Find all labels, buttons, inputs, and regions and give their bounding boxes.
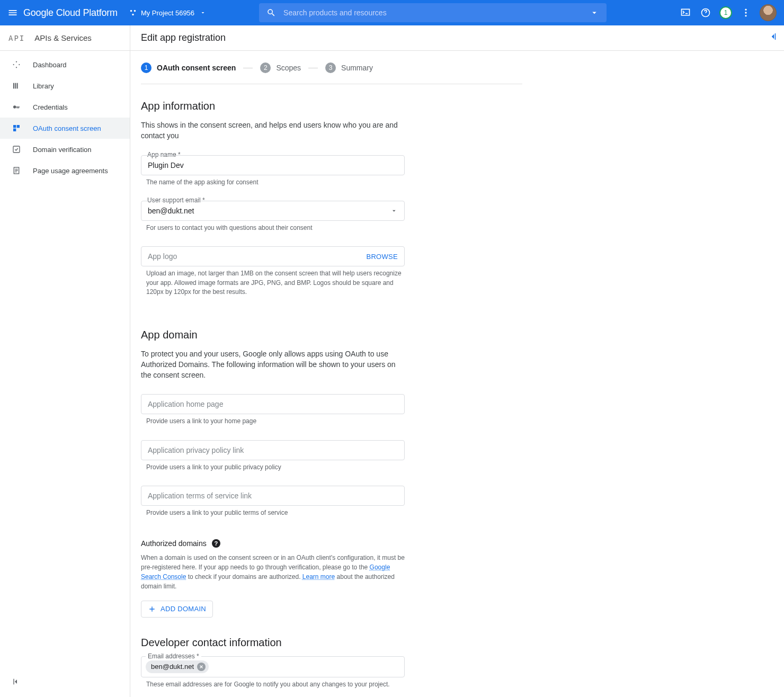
svg-rect-7 xyxy=(13,83,14,89)
sidebar-item-domain-verification[interactable]: Domain verification xyxy=(0,139,130,160)
page-header: Edit app registration xyxy=(130,25,784,51)
chevron-left-bar-icon xyxy=(768,32,778,41)
project-name: My Project 56956 xyxy=(141,9,194,17)
step-label: OAuth consent screen xyxy=(157,64,236,72)
svg-point-4 xyxy=(745,9,746,11)
sidebar-item-credentials[interactable]: Credentials xyxy=(0,96,130,118)
nav-menu-button[interactable] xyxy=(5,5,20,20)
search-icon xyxy=(266,8,276,17)
svg-rect-14 xyxy=(13,146,20,153)
dev-contact-heading: Developer contact information xyxy=(141,637,522,649)
app-logo-field[interactable]: App logo BROWSE xyxy=(141,246,405,266)
svg-rect-11 xyxy=(13,125,16,128)
project-icon xyxy=(129,9,137,16)
svg-point-10 xyxy=(13,105,16,108)
collapse-sidebar-button[interactable] xyxy=(12,677,20,687)
browse-button[interactable]: BROWSE xyxy=(366,253,398,261)
authorized-domains-heading: Authorized domains ? xyxy=(141,539,522,548)
topbar: Google Cloud Platform My Project 56956 1 xyxy=(0,0,784,25)
sidebar-item-page-usage[interactable]: Page usage agreements xyxy=(0,160,130,181)
svg-rect-8 xyxy=(15,83,16,89)
step-separator xyxy=(243,68,253,68)
product-logo[interactable]: Google Cloud Platform xyxy=(23,7,118,19)
authorized-domains-label: Authorized domains xyxy=(141,539,207,548)
svg-point-0 xyxy=(130,10,132,12)
home-page-input[interactable] xyxy=(148,400,398,408)
sidebar-item-label: Domain verification xyxy=(33,146,92,154)
email-addresses-label: Email addresses * xyxy=(146,653,201,660)
terminal-icon xyxy=(680,7,691,18)
app-name-field-wrap: App name * xyxy=(141,155,405,175)
more-button[interactable] xyxy=(740,6,752,19)
home-page-help: Provide users a link to your home page xyxy=(141,417,405,426)
doc-icon xyxy=(12,166,21,175)
chevron-left-icon xyxy=(12,677,20,686)
email-chip: ben@dukt.net xyxy=(146,660,209,673)
section-app-domain-desc: To protect you and your users, Google on… xyxy=(141,348,406,381)
main: Edit app registration 1 OAuth consent sc… xyxy=(130,25,784,697)
product-name: Google Cloud Platform xyxy=(23,7,118,19)
step-1[interactable]: 1 OAuth consent screen xyxy=(141,62,236,73)
sidebar-item-label: OAuth consent screen xyxy=(33,124,101,132)
dropdown-caret-icon xyxy=(200,10,206,16)
sidebar-item-label: Page usage agreements xyxy=(33,167,108,175)
notifications-count: 1 xyxy=(724,9,728,16)
tos-help: Provide users a link to your public term… xyxy=(141,508,405,517)
avatar[interactable] xyxy=(760,4,777,21)
email-addresses-field[interactable]: Email addresses * ben@dukt.net xyxy=(141,656,405,677)
cloud-shell-button[interactable] xyxy=(679,6,692,19)
sidebar: API APIs & Services Dashboard Library Cr… xyxy=(0,25,130,697)
step-2[interactable]: 2 Scopes xyxy=(260,62,301,73)
svg-rect-17 xyxy=(775,33,776,40)
privacy-input[interactable] xyxy=(148,446,398,454)
api-icon: API xyxy=(8,34,25,42)
step-separator xyxy=(308,68,318,68)
sidebar-title: APIs & Services xyxy=(34,33,92,42)
support-email-help: For users to contact you with questions … xyxy=(141,224,405,233)
support-email-field-wrap: User support email * ben@dukt.net xyxy=(141,201,405,221)
info-icon[interactable]: ? xyxy=(212,539,220,548)
svg-rect-13 xyxy=(13,129,16,131)
app-name-input[interactable] xyxy=(148,161,398,169)
help-button[interactable] xyxy=(699,6,712,19)
header-actions: 1 xyxy=(679,4,777,21)
support-email-select[interactable]: ben@dukt.net xyxy=(141,201,405,221)
tos-field-wrap xyxy=(141,486,405,506)
dashboard-icon xyxy=(12,60,21,69)
notifications-badge[interactable]: 1 xyxy=(719,6,732,19)
project-picker[interactable]: My Project 56956 xyxy=(124,4,211,21)
tos-input[interactable] xyxy=(148,492,398,500)
email-chip-text: ben@dukt.net xyxy=(151,663,194,671)
learn-more-link[interactable]: Learn more xyxy=(302,573,335,580)
section-app-info-desc: This shows in the consent screen, and he… xyxy=(141,120,406,141)
search-input[interactable] xyxy=(283,8,590,17)
plus-icon xyxy=(148,605,156,613)
svg-point-1 xyxy=(134,10,136,12)
remove-chip-button[interactable] xyxy=(197,663,206,671)
stepper: 1 OAuth consent screen 2 Scopes 3 Summar… xyxy=(141,51,522,84)
svg-point-2 xyxy=(132,14,134,16)
add-domain-label: ADD DOMAIN xyxy=(161,605,206,613)
svg-point-6 xyxy=(745,15,746,16)
step-3[interactable]: 3 Summary xyxy=(325,62,373,73)
sidebar-item-dashboard[interactable]: Dashboard xyxy=(0,54,130,75)
step-num: 2 xyxy=(260,62,271,73)
sidebar-item-oauth-consent[interactable]: OAuth consent screen xyxy=(0,118,130,139)
nav-list: Dashboard Library Credentials OAuth cons… xyxy=(0,51,130,181)
library-icon xyxy=(12,81,21,91)
step-num: 1 xyxy=(141,62,152,73)
sidebar-item-library[interactable]: Library xyxy=(0,75,130,96)
search-box[interactable] xyxy=(259,3,607,22)
svg-point-5 xyxy=(745,12,746,13)
app-name-help: The name of the app asking for consent xyxy=(141,178,405,187)
open-side-panel-button[interactable] xyxy=(768,32,778,43)
support-email-value: ben@dukt.net xyxy=(148,207,390,215)
menu-icon xyxy=(7,7,18,18)
step-num: 3 xyxy=(325,62,336,73)
search-expand-icon[interactable] xyxy=(590,8,599,17)
content: 1 OAuth consent screen 2 Scopes 3 Summar… xyxy=(130,51,522,697)
step-label: Summary xyxy=(341,64,373,72)
svg-rect-16 xyxy=(13,679,14,685)
add-domain-button[interactable]: ADD DOMAIN xyxy=(141,601,213,618)
more-vert-icon xyxy=(741,7,751,18)
